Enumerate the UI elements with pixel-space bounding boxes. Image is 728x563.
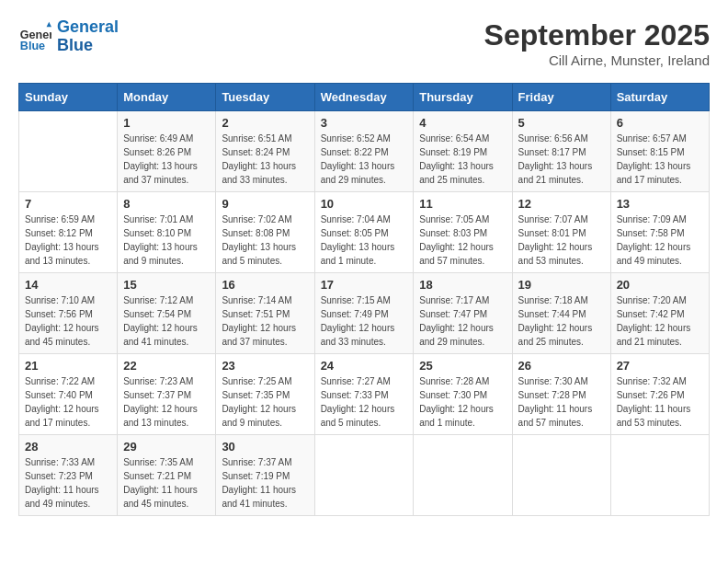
calendar-cell: 19 Sunrise: 7:18 AM Sunset: 7:44 PM Dayl…: [512, 273, 610, 354]
day-number: 13: [617, 197, 703, 211]
header-thursday: Thursday: [414, 84, 512, 111]
logo-icon: General Blue: [18, 20, 51, 53]
calendar-cell: 12 Sunrise: 7:07 AM Sunset: 8:01 PM Dayl…: [512, 192, 610, 273]
day-info: Sunrise: 6:51 AM Sunset: 8:24 PM Dayligh…: [222, 132, 308, 187]
day-number: 24: [321, 359, 408, 373]
day-number: 6: [617, 116, 703, 130]
day-number: 10: [321, 197, 408, 211]
calendar-cell: 30 Sunrise: 7:37 AM Sunset: 7:19 PM Dayl…: [216, 435, 314, 516]
day-info: Sunrise: 7:17 AM Sunset: 7:47 PM Dayligh…: [419, 293, 506, 349]
header-monday: Monday: [118, 84, 216, 111]
month-title: September 2025: [484, 18, 710, 52]
day-number: 11: [419, 197, 506, 211]
day-number: 22: [123, 359, 210, 373]
calendar-table: SundayMondayTuesdayWednesdayThursdayFrid…: [18, 83, 710, 516]
header-saturday: Saturday: [610, 84, 709, 111]
calendar-cell: 17 Sunrise: 7:15 AM Sunset: 7:49 PM Dayl…: [314, 273, 414, 354]
day-info: Sunrise: 7:32 AM Sunset: 7:26 PM Dayligh…: [617, 374, 703, 430]
title-block: September 2025 Cill Airne, Munster, Irel…: [484, 18, 710, 68]
day-info: Sunrise: 7:37 AM Sunset: 7:19 PM Dayligh…: [222, 455, 308, 511]
header-tuesday: Tuesday: [216, 84, 314, 111]
day-number: 19: [518, 278, 605, 292]
day-info: Sunrise: 7:27 AM Sunset: 7:33 PM Dayligh…: [321, 374, 408, 430]
calendar-cell: 16 Sunrise: 7:14 AM Sunset: 7:51 PM Dayl…: [216, 273, 314, 354]
calendar-cell: 1 Sunrise: 6:49 AM Sunset: 8:26 PM Dayli…: [118, 111, 216, 192]
day-number: 25: [419, 359, 506, 373]
day-number: 21: [25, 359, 111, 373]
day-info: Sunrise: 7:14 AM Sunset: 7:51 PM Dayligh…: [222, 293, 308, 349]
day-number: 29: [123, 440, 210, 454]
logo-text: GeneralBlue: [57, 18, 119, 55]
day-number: 1: [123, 116, 210, 130]
calendar-cell: 24 Sunrise: 7:27 AM Sunset: 7:33 PM Dayl…: [314, 354, 414, 435]
calendar-cell: 26 Sunrise: 7:30 AM Sunset: 7:28 PM Dayl…: [512, 354, 610, 435]
page-header: General Blue GeneralBlue September 2025 …: [18, 18, 710, 68]
day-info: Sunrise: 7:20 AM Sunset: 7:42 PM Dayligh…: [617, 293, 703, 349]
calendar-cell: 5 Sunrise: 6:56 AM Sunset: 8:17 PM Dayli…: [512, 111, 610, 192]
day-info: Sunrise: 7:04 AM Sunset: 8:05 PM Dayligh…: [321, 213, 408, 268]
day-info: Sunrise: 7:18 AM Sunset: 7:44 PM Dayligh…: [518, 293, 605, 349]
day-info: Sunrise: 7:10 AM Sunset: 7:56 PM Dayligh…: [25, 293, 111, 349]
calendar-cell: 23 Sunrise: 7:25 AM Sunset: 7:35 PM Dayl…: [216, 354, 314, 435]
calendar-cell: 8 Sunrise: 7:01 AM Sunset: 8:10 PM Dayli…: [118, 192, 216, 273]
calendar-cell: 7 Sunrise: 6:59 AM Sunset: 8:12 PM Dayli…: [19, 192, 118, 273]
day-info: Sunrise: 7:05 AM Sunset: 8:03 PM Dayligh…: [419, 213, 506, 268]
calendar-cell: [19, 111, 118, 192]
day-number: 27: [617, 359, 703, 373]
day-number: 9: [222, 197, 308, 211]
day-number: 14: [25, 278, 111, 292]
calendar-cell: 15 Sunrise: 7:12 AM Sunset: 7:54 PM Dayl…: [118, 273, 216, 354]
calendar-cell: 27 Sunrise: 7:32 AM Sunset: 7:26 PM Dayl…: [610, 354, 709, 435]
header-friday: Friday: [512, 84, 610, 111]
day-info: Sunrise: 6:52 AM Sunset: 8:22 PM Dayligh…: [321, 132, 408, 187]
day-number: 28: [25, 440, 111, 454]
day-info: Sunrise: 6:57 AM Sunset: 8:15 PM Dayligh…: [617, 132, 703, 187]
day-info: Sunrise: 7:02 AM Sunset: 8:08 PM Dayligh…: [222, 213, 308, 268]
calendar-body: 1 Sunrise: 6:49 AM Sunset: 8:26 PM Dayli…: [19, 111, 710, 516]
day-number: 18: [419, 278, 506, 292]
calendar-cell: 25 Sunrise: 7:28 AM Sunset: 7:30 PM Dayl…: [414, 354, 512, 435]
calendar-cell: [414, 435, 512, 516]
day-number: 3: [321, 116, 408, 130]
day-number: 5: [518, 116, 605, 130]
day-number: 7: [25, 197, 111, 211]
day-info: Sunrise: 7:09 AM Sunset: 7:58 PM Dayligh…: [617, 213, 703, 268]
day-info: Sunrise: 7:30 AM Sunset: 7:28 PM Dayligh…: [518, 374, 605, 430]
day-info: Sunrise: 7:35 AM Sunset: 7:21 PM Dayligh…: [123, 455, 210, 511]
day-number: 2: [222, 116, 308, 130]
day-number: 26: [518, 359, 605, 373]
logo: General Blue GeneralBlue: [18, 18, 119, 55]
calendar-cell: 6 Sunrise: 6:57 AM Sunset: 8:15 PM Dayli…: [610, 111, 709, 192]
day-info: Sunrise: 6:54 AM Sunset: 8:19 PM Dayligh…: [419, 132, 506, 187]
calendar-cell: 11 Sunrise: 7:05 AM Sunset: 8:03 PM Dayl…: [414, 192, 512, 273]
day-info: Sunrise: 7:22 AM Sunset: 7:40 PM Dayligh…: [25, 374, 111, 430]
day-info: Sunrise: 7:23 AM Sunset: 7:37 PM Dayligh…: [123, 374, 210, 430]
day-number: 12: [518, 197, 605, 211]
day-number: 30: [222, 440, 308, 454]
day-number: 15: [123, 278, 210, 292]
day-info: Sunrise: 7:07 AM Sunset: 8:01 PM Dayligh…: [518, 213, 605, 268]
day-info: Sunrise: 6:59 AM Sunset: 8:12 PM Dayligh…: [25, 213, 111, 268]
day-number: 23: [222, 359, 308, 373]
svg-marker-2: [47, 22, 51, 27]
day-info: Sunrise: 7:01 AM Sunset: 8:10 PM Dayligh…: [123, 213, 210, 268]
svg-text:Blue: Blue: [20, 40, 45, 52]
calendar-cell: [314, 435, 414, 516]
day-number: 16: [222, 278, 308, 292]
calendar-cell: 4 Sunrise: 6:54 AM Sunset: 8:19 PM Dayli…: [414, 111, 512, 192]
calendar-cell: 13 Sunrise: 7:09 AM Sunset: 7:58 PM Dayl…: [610, 192, 709, 273]
day-number: 4: [419, 116, 506, 130]
day-info: Sunrise: 7:33 AM Sunset: 7:23 PM Dayligh…: [25, 455, 111, 511]
calendar-cell: 2 Sunrise: 6:51 AM Sunset: 8:24 PM Dayli…: [216, 111, 314, 192]
day-info: Sunrise: 7:15 AM Sunset: 7:49 PM Dayligh…: [321, 293, 408, 349]
day-number: 17: [321, 278, 408, 292]
calendar-cell: 9 Sunrise: 7:02 AM Sunset: 8:08 PM Dayli…: [216, 192, 314, 273]
calendar-cell: 18 Sunrise: 7:17 AM Sunset: 7:47 PM Dayl…: [414, 273, 512, 354]
day-info: Sunrise: 7:25 AM Sunset: 7:35 PM Dayligh…: [222, 374, 308, 430]
header-wednesday: Wednesday: [314, 84, 414, 111]
calendar-cell: 3 Sunrise: 6:52 AM Sunset: 8:22 PM Dayli…: [314, 111, 414, 192]
calendar-cell: 10 Sunrise: 7:04 AM Sunset: 8:05 PM Dayl…: [314, 192, 414, 273]
day-info: Sunrise: 6:49 AM Sunset: 8:26 PM Dayligh…: [123, 132, 210, 187]
day-info: Sunrise: 7:12 AM Sunset: 7:54 PM Dayligh…: [123, 293, 210, 349]
calendar-cell: [512, 435, 610, 516]
